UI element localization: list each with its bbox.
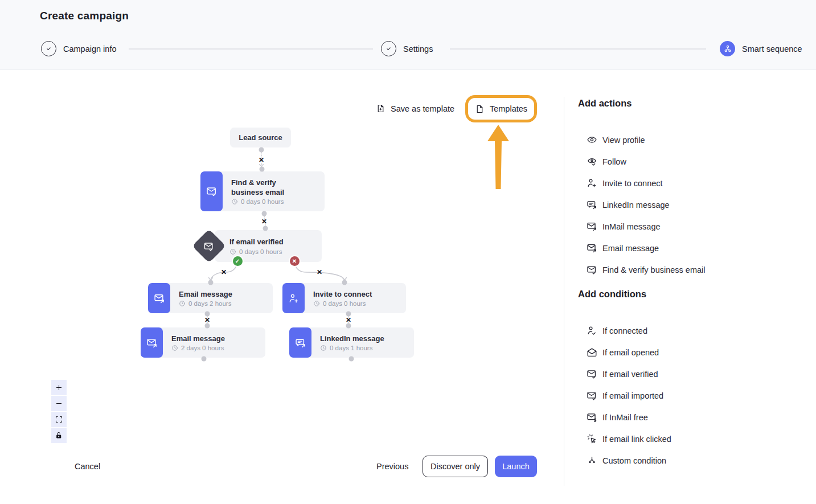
fit-view-button[interactable] xyxy=(51,412,67,427)
step-label: Smart sequence xyxy=(742,44,802,54)
envelope-check-icon xyxy=(587,390,597,401)
flow-node-if-email-verified[interactable]: If email verified 0 days 0 hours xyxy=(215,230,322,262)
flow-node-lead-source[interactable]: Lead source xyxy=(230,128,291,147)
discover-only-button[interactable]: Discover only xyxy=(423,456,488,477)
condition-if-email-imported[interactable]: If email imported xyxy=(578,389,800,402)
zoom-in-button[interactable] xyxy=(51,380,67,395)
lock-icon xyxy=(55,431,63,440)
condition-if-connected[interactable]: If connected xyxy=(578,324,800,337)
envelope-send-icon xyxy=(587,221,597,232)
clock-icon xyxy=(229,248,236,255)
previous-button[interactable]: Previous xyxy=(376,462,408,471)
item-label: View profile xyxy=(602,136,645,145)
node-delay: 0 days 0 hours xyxy=(231,198,296,205)
chat-send-icon xyxy=(587,199,597,210)
branch-yes-badge: ✓ xyxy=(233,256,243,266)
envelope-check-icon xyxy=(204,241,215,252)
step-campaign-info[interactable]: Campaign info xyxy=(41,41,117,56)
action-view-profile[interactable]: View profile xyxy=(578,133,800,146)
zoom-out-button[interactable] xyxy=(51,396,67,411)
envelope-open-icon xyxy=(587,347,597,358)
condition-if-email-link-clicked[interactable]: If email link clicked xyxy=(578,432,800,445)
condition-custom-condition[interactable]: Custom condition xyxy=(578,454,800,467)
item-label: Email message xyxy=(602,244,659,253)
add-conditions-heading: Add conditions xyxy=(578,289,800,301)
node-title: Find & verify business email xyxy=(231,178,296,197)
item-label: InMail message xyxy=(602,222,661,231)
conditions-list: If connectedIf email openedIf email veri… xyxy=(578,324,800,467)
node-delay: 0 days 2 hours xyxy=(179,300,232,307)
lock-canvas-button[interactable] xyxy=(51,428,67,443)
clock-icon xyxy=(179,300,186,307)
stepper-line xyxy=(450,48,706,50)
item-label: Invite to connect xyxy=(602,179,663,188)
item-label: If email opened xyxy=(602,348,659,357)
sidebar: Add actions View profileFollowInvite to … xyxy=(578,98,800,467)
delete-step-icon[interactable]: ✕ xyxy=(260,218,268,226)
envelope-send-icon xyxy=(148,283,170,313)
item-label: If email link clicked xyxy=(602,435,671,444)
node-delay: 0 days 0 hours xyxy=(229,248,322,255)
launch-button[interactable]: Launch xyxy=(495,456,537,477)
delete-step-icon[interactable]: ✕ xyxy=(315,268,323,276)
step-smart-sequence[interactable]: Smart sequence xyxy=(720,41,802,56)
save-as-template-button[interactable]: Save as template xyxy=(376,104,454,113)
item-label: If InMail free xyxy=(602,413,648,422)
page-title: Create campaign xyxy=(40,10,129,22)
item-label: Find & verify business email xyxy=(602,265,706,274)
action-find-verify-business-email[interactable]: Find & verify business email xyxy=(578,263,800,276)
clock-icon xyxy=(313,300,320,307)
fit-icon xyxy=(55,415,63,424)
eye-icon xyxy=(587,134,597,145)
item-label: LinkedIn message xyxy=(602,200,670,210)
branch-no-badge: ✕ xyxy=(290,256,300,266)
file-icon xyxy=(475,104,485,114)
item-label: If email imported xyxy=(602,391,663,400)
check-circle-icon xyxy=(41,41,56,56)
person-check-icon xyxy=(587,325,597,336)
plus-icon xyxy=(55,383,63,392)
actions-list: View profileFollowInvite to connectLinke… xyxy=(578,133,800,276)
stepper-line xyxy=(129,48,373,50)
condition-if-email-opened[interactable]: If email opened xyxy=(578,346,800,359)
node-delay: 0 days 0 hours xyxy=(313,300,372,307)
person-plus-icon xyxy=(282,283,305,313)
step-settings[interactable]: Settings xyxy=(381,41,433,56)
action-invite-to-connect[interactable]: Invite to connect xyxy=(578,177,800,190)
flow-node-email-message-1[interactable]: Email message 0 days 2 hours xyxy=(148,283,273,313)
add-actions-heading: Add actions xyxy=(578,98,800,110)
action-linkedin-message[interactable]: LinkedIn message xyxy=(578,198,800,211)
step-label: Settings xyxy=(403,44,433,54)
item-label: If email verified xyxy=(602,370,658,379)
item-label: Custom condition xyxy=(602,456,666,465)
delete-step-icon[interactable]: ✕ xyxy=(345,316,352,324)
chat-send-icon xyxy=(289,327,311,358)
delete-step-icon[interactable]: ✕ xyxy=(220,268,228,276)
action-email-message[interactable]: Email message xyxy=(578,241,800,255)
node-delay: 0 days 1 hours xyxy=(320,345,384,351)
condition-if-inmail-free[interactable]: If InMail free xyxy=(578,411,800,424)
check-circle-icon xyxy=(381,41,396,56)
smart-sequence-icon xyxy=(720,41,735,56)
flow-node-linkedin-message[interactable]: LinkedIn message 0 days 1 hours xyxy=(289,327,414,358)
node-title: Email message xyxy=(171,334,225,343)
condition-if-email-verified[interactable]: If email verified xyxy=(578,367,800,380)
templates-button[interactable]: Templates xyxy=(475,104,527,114)
cancel-button[interactable]: Cancel xyxy=(75,462,100,471)
delete-step-icon[interactable]: ✕ xyxy=(257,156,265,164)
highlight-arrow-icon xyxy=(487,125,510,190)
action-follow[interactable]: Follow xyxy=(578,155,800,168)
canvas-controls xyxy=(51,380,67,444)
eye-check-icon xyxy=(587,156,597,167)
item-label: Follow xyxy=(602,157,626,166)
flow-node-email-message-2[interactable]: Email message 2 days 0 hours xyxy=(141,327,265,358)
cursor-click-icon xyxy=(587,433,597,444)
envelope-dollar-icon xyxy=(587,412,597,423)
item-label: If connected xyxy=(602,326,647,335)
flow-node-find-verify-email[interactable]: Find & verify business email 0 days 0 ho… xyxy=(200,171,325,211)
action-inmail-message[interactable]: InMail message xyxy=(578,220,800,233)
delete-step-icon[interactable]: ✕ xyxy=(203,316,211,324)
flow-node-invite-to-connect[interactable]: Invite to connect 0 days 0 hours xyxy=(282,283,406,313)
node-title: Lead source xyxy=(239,133,282,142)
templates-label: Templates xyxy=(490,104,527,113)
